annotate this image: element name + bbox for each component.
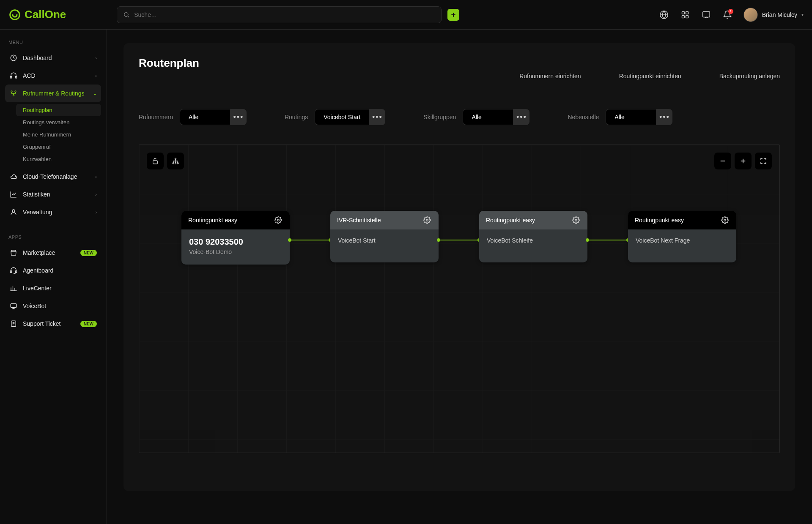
svg-rect-19 [153, 161, 158, 164]
filter-label: Rufnummern [139, 114, 173, 120]
filter-select-1[interactable]: Voicebot Start [315, 109, 369, 125]
chevron-right-icon: › [95, 55, 97, 60]
routing-canvas[interactable]: Routingpunkt easy 030 92033500 Voice-Bot… [139, 145, 780, 453]
subnav-gruppenruf[interactable]: Gruppenruf [16, 141, 101, 153]
chat-icon[interactable] [701, 10, 711, 20]
svg-rect-16 [16, 271, 17, 273]
action-rufnummern-einrichten[interactable]: Rufnummern einrichten [519, 73, 581, 79]
sidebar-item-label: VoiceBot [23, 303, 46, 309]
brand-logo[interactable]: CallOne [8, 8, 66, 21]
svg-rect-7 [703, 11, 710, 17]
filter-select-2[interactable]: Alle [463, 109, 513, 125]
filter-label: Skillgruppen [423, 114, 456, 120]
filter-select-0[interactable]: Alle [180, 109, 230, 125]
chevron-right-icon: › [95, 192, 97, 197]
sidebar-app-livecenter[interactable]: LiveCenter [5, 279, 101, 297]
sidebar-app-marketplace[interactable]: Marketplace NEW [5, 244, 101, 262]
notification-badge: 1 [728, 9, 733, 14]
gear-icon[interactable] [274, 216, 283, 225]
sidebar-item-label: Dashboard [23, 55, 52, 61]
action-routingpunkt-einrichten[interactable]: Routingpunkt einrichten [619, 73, 681, 79]
subnav-routingplan[interactable]: Routingplan [16, 104, 101, 116]
svg-rect-3 [682, 11, 684, 14]
connector [290, 240, 330, 240]
sidebar-app-agentboard[interactable]: Agentboard [5, 262, 101, 279]
sidebar-item-routings[interactable]: Rufnummer & Routings ⌄ [5, 85, 101, 102]
gear-icon[interactable] [422, 216, 432, 225]
sidebar-item-verwaltung[interactable]: Verwaltung › [5, 203, 101, 221]
add-button[interactable] [447, 9, 459, 21]
routing-node[interactable]: Routingpunkt easy VoiceBot Next Frage [628, 211, 736, 262]
action-backuprouting-anlegen[interactable]: Backuprouting anlegen [719, 73, 780, 79]
sidebar-item-label: Agentboard [23, 267, 53, 274]
filter-more-3[interactable]: ••• [656, 109, 672, 125]
sidebar-item-cloud[interactable]: Cloud-Telefonanlage › [5, 168, 101, 186]
sidebar-item-label: Marketplace [23, 249, 55, 256]
plus-icon [450, 11, 457, 18]
connector [439, 240, 479, 240]
svg-point-27 [724, 219, 726, 221]
search-icon [123, 11, 130, 18]
sidebar: MENU Dashboard › ACD › Rufnummer & Routi… [0, 30, 107, 524]
zoom-out-button[interactable] [714, 153, 731, 169]
filter-select-3[interactable]: Alle [606, 109, 656, 125]
sidebar-app-voicebot[interactable]: VoiceBot [5, 297, 101, 315]
svg-rect-9 [11, 76, 12, 79]
brand-name: CallOne [25, 8, 66, 21]
fullscreen-button[interactable] [755, 153, 772, 169]
store-icon [9, 248, 18, 257]
filter-more-2[interactable]: ••• [513, 109, 529, 125]
chevron-right-icon: › [95, 174, 97, 179]
sidebar-item-label: Support Ticket [23, 320, 61, 327]
sidebar-item-label: ACD [23, 72, 36, 79]
search-input[interactable] [134, 11, 435, 18]
svg-point-20 [175, 158, 176, 159]
cloud-icon [9, 172, 18, 181]
chevron-right-icon: › [95, 73, 97, 78]
headset-icon [9, 71, 18, 80]
node-text: VoiceBot Start [338, 237, 431, 244]
unlock-button[interactable] [147, 153, 164, 169]
subnav-routings-verwalten[interactable]: Routings verwalten [16, 116, 101, 128]
node-text: VoiceBot Schleife [487, 237, 580, 244]
ticket-icon [9, 319, 18, 328]
svg-point-0 [10, 10, 20, 19]
globe-icon[interactable] [659, 10, 669, 20]
chevron-down-icon: ⌄ [93, 91, 97, 96]
svg-rect-10 [16, 76, 17, 79]
svg-rect-4 [686, 11, 688, 14]
sidebar-item-statistiken[interactable]: Statistiken › [5, 186, 101, 203]
subnav-meine-rufnummern[interactable]: Meine Rufnummern [16, 128, 101, 141]
notifications-icon[interactable]: 1 [722, 10, 732, 20]
section-label-menu: MENU [5, 37, 101, 49]
node-subtitle: Voice-Bot Demo [189, 248, 282, 255]
svg-point-26 [575, 219, 577, 221]
routing-node[interactable]: Routingpunkt easy 030 92033500 Voice-Bot… [181, 211, 290, 265]
sidebar-app-support[interactable]: Support Ticket NEW [5, 315, 101, 333]
routing-node[interactable]: Routingpunkt easy VoiceBot Schleife [479, 211, 587, 262]
svg-point-12 [15, 91, 16, 92]
hierarchy-button[interactable] [167, 153, 184, 169]
search-box[interactable] [117, 6, 442, 23]
svg-rect-15 [11, 271, 12, 273]
user-icon [9, 208, 18, 216]
apps-icon[interactable] [680, 10, 690, 20]
filter-more-1[interactable]: ••• [369, 109, 385, 125]
sidebar-item-label: Cloud-Telefonanlage [23, 173, 77, 180]
agent-icon [9, 266, 18, 275]
filter-more-0[interactable]: ••• [230, 109, 247, 125]
sidebar-item-dashboard[interactable]: Dashboard › [5, 49, 101, 67]
node-title: Routingpunkt easy [188, 217, 237, 224]
gear-icon[interactable] [571, 216, 581, 225]
user-menu[interactable]: Brian Miculcy ▾ [743, 8, 804, 22]
sidebar-item-acd[interactable]: ACD › [5, 67, 101, 85]
gear-icon[interactable] [720, 216, 730, 225]
filter-label: Routings [285, 114, 308, 120]
sidebar-item-label: Statistiken [23, 191, 50, 198]
zoom-in-button[interactable] [735, 153, 752, 169]
node-phone: 030 92033500 [189, 237, 282, 247]
svg-point-11 [11, 91, 12, 92]
routing-node[interactable]: IVR-Schnittstelle VoiceBot Start [330, 211, 439, 262]
avatar [743, 8, 758, 22]
subnav-kurzwahlen[interactable]: Kurzwahlen [16, 153, 101, 165]
